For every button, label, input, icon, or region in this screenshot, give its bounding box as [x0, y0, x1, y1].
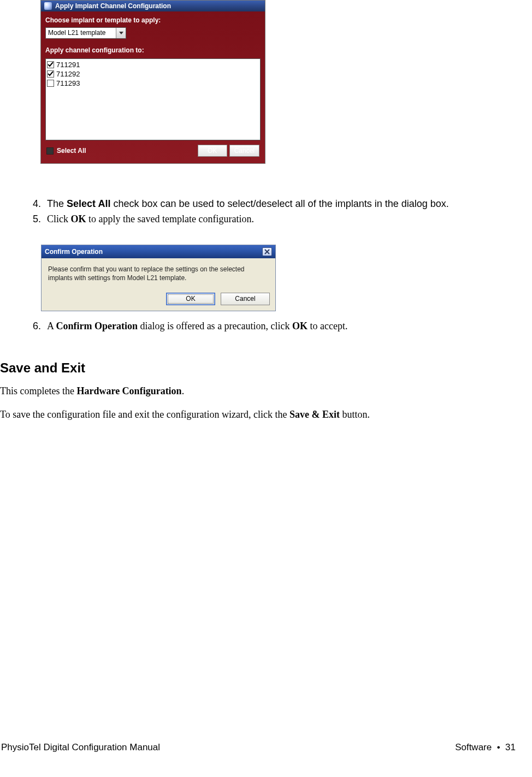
- step-text: The Select All check box can be used to …: [47, 197, 516, 211]
- instruction-list: 6. A Confirm Operation dialog is offered…: [33, 319, 516, 333]
- cancel-button[interactable]: Cancel: [229, 145, 259, 157]
- list-item-label: 711291: [56, 61, 80, 69]
- select-all-label: Select All: [57, 147, 86, 155]
- confirm-message: Please confirm that you want to replace …: [42, 258, 275, 289]
- ok-button[interactable]: OK: [198, 145, 227, 157]
- list-item-label: 711293: [56, 79, 80, 87]
- step-6: 6. A Confirm Operation dialog is offered…: [33, 319, 516, 333]
- page-footer: PhysioTel Digital Configuration Manual S…: [1, 742, 516, 753]
- dialog-title: Confirm Operation: [45, 248, 103, 256]
- checkbox-icon[interactable]: [47, 70, 54, 78]
- bullet-icon: •: [497, 742, 500, 752]
- step-number: 6.: [33, 319, 47, 333]
- dialog-title: Apply Implant Channel Configuration: [55, 2, 171, 10]
- page-number: 31: [505, 742, 516, 752]
- footer-right: Software • 31: [455, 742, 516, 753]
- apply-config-label: Apply channel configuration to:: [43, 43, 263, 57]
- dropdown-value: Model L21 template: [46, 28, 116, 38]
- step-5: 5. Click OK to apply the saved template …: [33, 212, 516, 226]
- app-icon: [44, 2, 52, 10]
- save-and-exit-heading: Save and Exit: [0, 360, 516, 376]
- close-icon[interactable]: [262, 247, 272, 256]
- step-number: 4.: [33, 197, 47, 211]
- list-item[interactable]: 711291: [47, 60, 259, 69]
- checkbox-icon[interactable]: [46, 147, 54, 155]
- instruction-list: 4. The Select All check box can be used …: [33, 197, 516, 226]
- checkbox-icon[interactable]: [47, 80, 54, 87]
- checkbox-icon[interactable]: [47, 61, 54, 68]
- cancel-button[interactable]: Cancel: [221, 293, 270, 305]
- dialog-titlebar[interactable]: Apply Implant Channel Configuration: [41, 1, 265, 11]
- implant-listbox[interactable]: 711291 711292 711293: [45, 58, 261, 140]
- paragraph: This completes the Hardware Configuratio…: [0, 384, 516, 398]
- svg-marker-0: [119, 32, 123, 34]
- confirm-operation-dialog: Confirm Operation Please confirm that yo…: [41, 245, 276, 311]
- step-text: A Confirm Operation dialog is offered as…: [47, 319, 516, 333]
- step-4: 4. The Select All check box can be used …: [33, 197, 516, 211]
- select-all-checkbox[interactable]: Select All: [46, 147, 86, 155]
- step-text: Click OK to apply the saved template con…: [47, 212, 516, 226]
- list-item-label: 711292: [56, 70, 80, 78]
- list-item[interactable]: 711292: [47, 69, 259, 79]
- template-dropdown[interactable]: Model L21 template: [45, 27, 126, 39]
- ok-button[interactable]: OK: [166, 293, 215, 305]
- dialog-titlebar[interactable]: Confirm Operation: [42, 245, 275, 258]
- footer-left: PhysioTel Digital Configuration Manual: [1, 742, 160, 753]
- list-item[interactable]: 711293: [47, 79, 259, 88]
- choose-template-label: Choose implant or template to apply:: [43, 13, 263, 27]
- paragraph: To save the configuration file and exit …: [0, 408, 516, 422]
- chevron-down-icon[interactable]: [116, 28, 126, 38]
- step-number: 5.: [33, 212, 47, 226]
- apply-implant-dialog: Apply Implant Channel Configuration Choo…: [40, 0, 265, 164]
